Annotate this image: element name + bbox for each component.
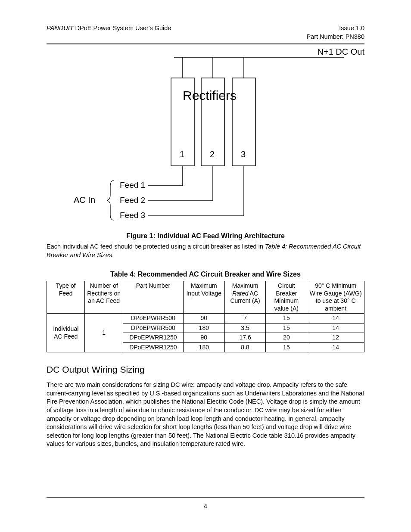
cell-current: 3.5	[224, 323, 266, 333]
cell-awg: 12	[307, 333, 364, 343]
header-right: Issue 1.0 Part Number: PN380	[306, 24, 364, 41]
th-num-rectifiers: Number of Rectifiers on an AC Feed	[85, 281, 123, 314]
cell-part: DPoEPWRR1250	[123, 342, 183, 352]
paragraph-2: There are two main considerations for si…	[47, 381, 364, 448]
cell-part: DPoEPWRR500	[123, 314, 183, 324]
th-max-voltage: Maximum Input Voltage	[183, 281, 224, 314]
section-heading-dc-output: DC Output Wiring Sizing	[47, 364, 364, 375]
th-part-number: Part Number	[123, 281, 183, 314]
cell-awg: 14	[307, 342, 364, 352]
cell-voltage: 180	[183, 323, 224, 333]
rectifier-box-1: 1	[180, 149, 184, 159]
dc-out-label: N+1 DC Out	[318, 47, 364, 57]
cell-breaker: 15	[266, 323, 307, 333]
cell-current: 7	[224, 314, 266, 324]
para1-c: .	[112, 252, 114, 258]
th-breaker: Circuit Breaker Minimum value (A)	[266, 281, 307, 314]
cell-type-of-feed: Individual AC Feed	[47, 314, 85, 352]
brand-name: PANDUIT	[47, 25, 74, 31]
ac-in-label: AC In	[74, 195, 95, 205]
table-4-caption: Table 4: Recommended AC Circuit Breaker …	[47, 271, 364, 278]
feed-2-label: Feed 2	[120, 196, 145, 205]
table-4: Type of Feed Number of Rectifiers on an …	[47, 281, 364, 352]
page-number: 4	[0, 502, 411, 510]
feed-3-label: Feed 3	[120, 211, 145, 220]
rectifier-box-3: 3	[241, 149, 246, 159]
cell-breaker: 15	[266, 342, 307, 352]
rectifiers-label: Rectifiers	[183, 88, 237, 103]
cell-awg: 14	[307, 323, 364, 333]
feed-1-label: Feed 1	[120, 180, 145, 190]
th-type-of-feed: Type of Feed	[47, 281, 85, 314]
cell-part: DPoEPWRR1250	[123, 333, 183, 343]
header-left: PANDUIT DPoE Power System User's Guide	[47, 24, 171, 41]
cell-voltage: 90	[183, 333, 224, 343]
para1-a: Each individual AC feed should be protec…	[47, 243, 265, 250]
part-number-label: Part Number: PN380	[306, 33, 364, 41]
cell-part: DPoEPWRR500	[123, 323, 183, 333]
cell-current: 8.8	[224, 342, 266, 352]
footer-rule	[47, 497, 364, 498]
issue-label: Issue 1.0	[306, 24, 364, 33]
cell-voltage: 180	[183, 342, 224, 352]
cell-num-rectifiers: 1	[85, 314, 123, 352]
paragraph-1: Each individual AC feed should be protec…	[47, 243, 364, 259]
figure-1-caption: Figure 1: Individual AC Feed Wiring Arch…	[47, 232, 364, 240]
table-row: Individual AC Feed1DPoEPWRR5009071514	[47, 314, 364, 324]
cell-voltage: 90	[183, 314, 224, 324]
page-header: PANDUIT DPoE Power System User's Guide I…	[47, 24, 364, 41]
cell-breaker: 15	[266, 314, 307, 324]
doc-title: DPoE Power System User's Guide	[74, 25, 171, 31]
cell-current: 17.6	[224, 333, 266, 343]
cell-breaker: 20	[266, 333, 307, 343]
rectifier-box-2: 2	[210, 149, 215, 159]
cell-awg: 14	[307, 314, 364, 324]
figure-1-diagram: N+1 DC Out Rectifiers 1 2 3 AC In Feed 1…	[47, 44, 364, 230]
th-wire-gauge: 90° C Minimum Wire Gauge (AWG) to use at…	[307, 281, 364, 314]
table-header-row: Type of Feed Number of Rectifiers on an …	[47, 281, 364, 314]
th-max-current: Maximum Rated AC Current (A)	[224, 281, 266, 314]
